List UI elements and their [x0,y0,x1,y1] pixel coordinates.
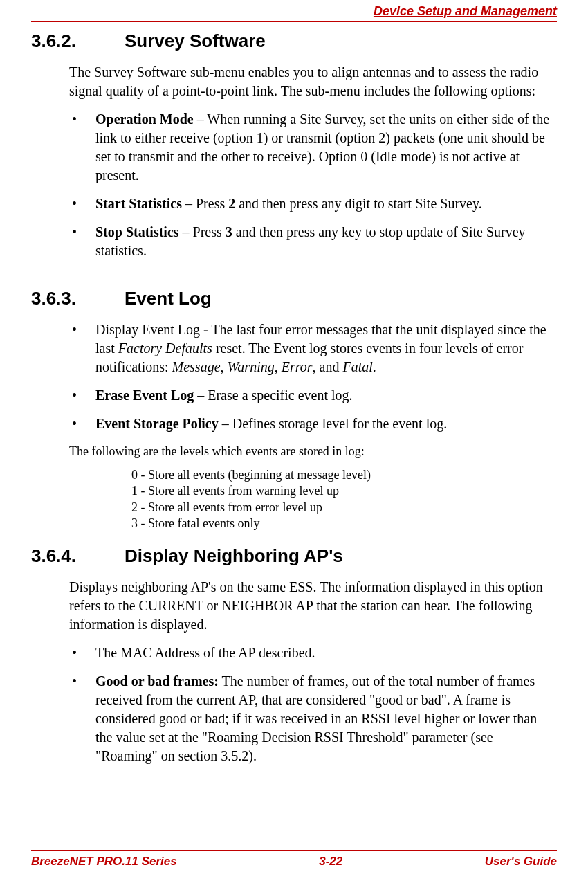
key-press: 3 [226,224,232,239]
italic-term: Factory Defaults [118,340,212,356]
item-label: Erase Event Log [95,388,194,403]
bullet-list-362: Operation Mode – When running a Site Sur… [69,110,550,260]
page-footer: BreezeNET PRO.11 Series 3-22 User's Guid… [31,850,557,870]
levels-intro: The following are the levels which event… [69,443,550,460]
footer-right: User's Guide [485,854,557,870]
list-item: Stop Statistics – Press 3 and then press… [69,223,550,260]
italic-term: Message [172,359,221,374]
footer-left: BreezeNET PRO.11 Series [31,854,177,870]
item-text: . [373,359,376,374]
italic-term: Warning [228,359,275,374]
italic-term: Fatal [342,359,372,374]
section-heading-363: 3.6.3. Event Log [31,287,557,311]
list-item: Erase Event Log – Erase a specific event… [69,386,550,405]
section-heading-362: 3.6.2. Survey Software [31,29,557,53]
item-text: – Defines storage level for the event lo… [219,416,447,431]
item-text: The MAC Address of the AP described. [95,645,315,660]
section-number: 3.6.2. [31,29,125,53]
page-header: Device Setup and Management [31,0,557,22]
item-text: – Erase a specific event log. [194,388,352,403]
item-text: – Press [179,224,226,239]
section-title: Display Neighboring AP's [125,544,343,568]
bullet-list-363: Display Event Log - The last four error … [69,320,550,433]
list-item: Start Statistics – Press 2 and then pres… [69,194,550,213]
key-press: 2 [228,196,235,211]
list-item: Good or bad frames: The number of frames… [69,672,550,765]
item-label: Stop Statistics [95,224,179,239]
levels-list: 0 - Store all events (beginning at messa… [131,467,557,532]
list-item: The MAC Address of the AP described. [69,644,550,662]
level-item: 2 - Store all events from error level up [131,500,557,516]
item-label: Good or bad frames: [95,673,219,689]
item-text: , [221,359,228,374]
list-item: Event Storage Policy – Defines storage l… [69,415,550,433]
footer-center: 3-22 [319,854,342,870]
item-label: Start Statistics [95,196,182,211]
section-number: 3.6.3. [31,287,125,311]
bullet-list-364: The MAC Address of the AP described. Goo… [69,644,550,765]
level-item: 1 - Store all events from warning level … [131,483,557,499]
section-intro: The Survey Software sub-menu enables you… [69,63,550,100]
item-text: and then press any digit to start Site S… [235,196,481,211]
list-item: Display Event Log - The last four error … [69,320,550,376]
item-label: Operation Mode [95,111,194,127]
section-intro: Displays neighboring AP's on the same ES… [69,578,550,634]
section-heading-364: 3.6.4. Display Neighboring AP's [31,544,557,568]
item-label: Event Storage Policy [95,416,219,431]
item-text: , [275,359,282,374]
section-title: Event Log [125,287,212,311]
item-text: – Press [182,196,228,211]
level-item: 0 - Store all events (beginning at messa… [131,467,557,483]
section-title: Survey Software [125,29,266,53]
item-text: , and [313,359,343,374]
italic-term: Error [282,359,313,374]
level-item: 3 - Store fatal events only [131,516,557,532]
section-number: 3.6.4. [31,544,125,568]
list-item: Operation Mode – When running a Site Sur… [69,110,550,185]
